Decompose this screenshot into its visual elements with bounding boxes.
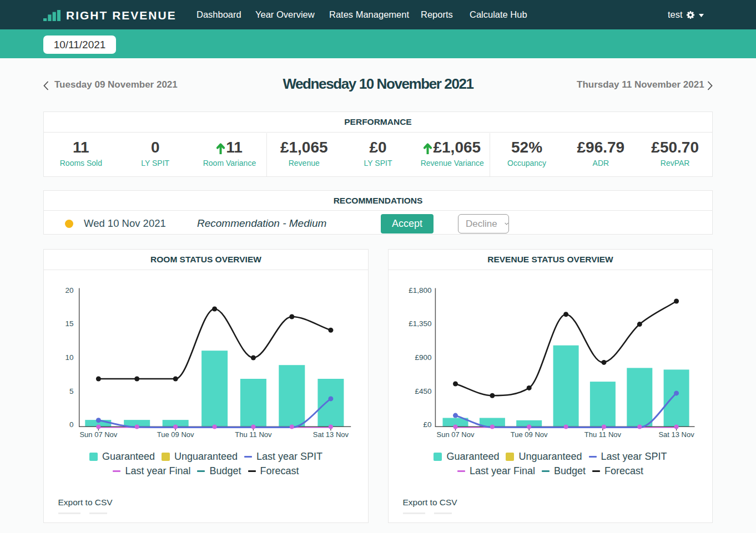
svg-text:£1,800: £1,800 xyxy=(409,286,431,295)
svg-text:£900: £900 xyxy=(415,353,431,362)
svg-text:0: 0 xyxy=(69,420,74,429)
svg-text:Thu 11 Nov: Thu 11 Nov xyxy=(235,430,272,439)
svg-text:Sat 13 Nov: Sat 13 Nov xyxy=(658,430,694,439)
svg-text:£450: £450 xyxy=(415,387,431,395)
svg-text:Sat 13 Nov: Sat 13 Nov xyxy=(313,430,349,439)
svg-text:15: 15 xyxy=(65,319,73,328)
svg-text:Sun 07 Nov: Sun 07 Nov xyxy=(437,430,475,439)
svg-text:10: 10 xyxy=(65,353,73,362)
svg-text:Tue 09 Nov: Tue 09 Nov xyxy=(157,430,194,439)
svg-text:Sun 07 Nov: Sun 07 Nov xyxy=(79,430,117,439)
svg-text:£1,350: £1,350 xyxy=(409,319,431,328)
svg-text:Thu 11 Nov: Thu 11 Nov xyxy=(584,430,622,439)
svg-text:Tue 09 Nov: Tue 09 Nov xyxy=(511,430,548,439)
svg-text:5: 5 xyxy=(69,387,74,395)
svg-text:£0: £0 xyxy=(423,420,431,429)
svg-text:20: 20 xyxy=(65,286,73,295)
